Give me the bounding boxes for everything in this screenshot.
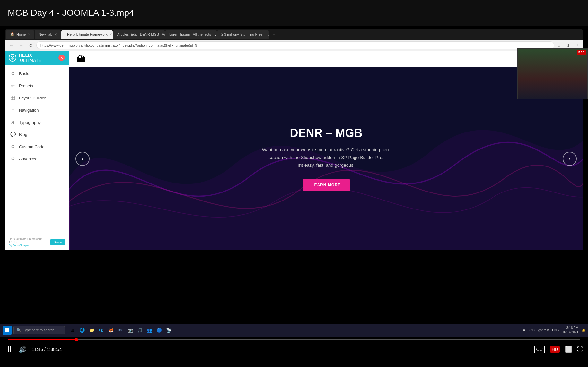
- save-button[interactable]: Save: [50, 239, 65, 245]
- video-controls-bar: ⏸ 🔊 11:46 / 1:38:54 CC HD ⬜ ⛶: [0, 337, 588, 367]
- tab-close-helix[interactable]: ✕: [110, 33, 112, 36]
- taskbar-icon-music[interactable]: 🎵: [136, 326, 144, 334]
- controls-left: ⏸ 🔊 11:46 / 1:38:54: [5, 344, 62, 354]
- taskbar-icon-firefox[interactable]: 🦊: [107, 326, 115, 334]
- taskbar-language: ENG: [552, 329, 559, 332]
- sidebar-item-navigation[interactable]: ≡ Navigation: [5, 104, 69, 116]
- taskbar: 🔍 Type here to search ⊞ 🌐 📁 🛍 🦊 ✉ 📷 🎵 👥 …: [0, 324, 588, 337]
- forward-button[interactable]: →: [17, 41, 25, 49]
- menu-icon[interactable]: ⋮: [574, 42, 581, 49]
- tab-label-images: 2.3 million+ Stunning Free Im...: [221, 32, 269, 36]
- progress-bar[interactable]: [8, 339, 580, 340]
- hero-subtitle-line2: section with the Slideshow addon in SP P…: [269, 155, 384, 160]
- tab-images[interactable]: 2.3 million+ Stunning Free Im... ✕: [217, 30, 269, 39]
- tab-lorem[interactable]: Lorem Ipsum - All the facts -... ✕: [165, 30, 217, 39]
- presets-icon: ✏: [10, 83, 16, 89]
- sidebar-version: Helix Ultimate Framework 1.1.1.4: [9, 237, 50, 244]
- taskbar-icon-folder[interactable]: 📁: [87, 326, 96, 334]
- tab-articles[interactable]: Articles: Edit - DENR MGB - Ar... ✕: [113, 30, 165, 39]
- sidebar-item-blog[interactable]: 💬 Blog: [5, 128, 69, 141]
- tab-close-newtab[interactable]: ✕: [54, 33, 57, 36]
- taskbar-sys-icons: 🌧 30°C Light rain: [522, 329, 549, 332]
- search-magnifier-icon: 🔍: [16, 328, 21, 332]
- taskbar-icon-browser[interactable]: 🌐: [78, 326, 86, 334]
- sidebar-item-layout[interactable]: Layout Builder: [5, 92, 69, 104]
- sidebar-label-layout: Layout Builder: [19, 96, 46, 100]
- tab-label-home: Home: [16, 32, 26, 36]
- sidebar-item-advanced[interactable]: ⚙ Advanced: [5, 153, 69, 165]
- sidebar-by: By JoomShaper: [9, 244, 50, 247]
- fullscreen-button[interactable]: ⛶: [577, 346, 583, 353]
- tab-home[interactable]: 🏠 Home ✕: [6, 30, 34, 39]
- address-text: https://www.denr-mgb.bryantilio.com/admi…: [40, 43, 197, 47]
- sidebar-item-typography[interactable]: A Typography: [5, 116, 69, 128]
- helix-brand: HELIX ULTIMATE: [19, 53, 56, 63]
- carousel-prev-button[interactable]: ‹: [75, 152, 90, 166]
- time-separator: /: [44, 347, 47, 352]
- sidebar-item-basic[interactable]: ⚙ Basic: [5, 67, 69, 80]
- start-button[interactable]: [3, 326, 12, 335]
- video-title: MGB Day 4 - JOOMLA 1-3.mp4: [8, 8, 134, 18]
- helix-close-button[interactable]: ✕: [58, 55, 65, 61]
- blog-icon: 💬: [10, 132, 16, 137]
- download-icon[interactable]: ⬇: [565, 42, 572, 49]
- sidebar-footer: Helix Ultimate Framework 1.1.1.4 By Joom…: [5, 235, 69, 250]
- sidebar-menu: ⚙ Basic ✏ Presets Layout Builder: [5, 65, 69, 235]
- tab-close-home[interactable]: ✕: [28, 33, 30, 36]
- bookmark-icon[interactable]: ☆: [556, 42, 563, 49]
- svg-rect-8: [7, 330, 9, 332]
- volume-button[interactable]: 🔊: [19, 346, 27, 353]
- controls-right: CC HD ⬜ ⛶: [534, 346, 583, 353]
- new-tab-button[interactable]: +: [269, 30, 278, 39]
- sidebar-label-presets: Presets: [19, 83, 33, 88]
- cc-button[interactable]: CC: [534, 346, 545, 353]
- time-current: 11:46: [32, 347, 43, 352]
- hero-section: ‹ DENR – MGB Want to make your website m…: [69, 67, 583, 250]
- customcode-icon: ⚙: [10, 144, 16, 149]
- hero-content: DENR – MGB Want to make your website mor…: [256, 120, 397, 197]
- sidebar-label-blog: Blog: [19, 132, 27, 137]
- website-header: 🏔 Pages Create Page: [69, 51, 583, 67]
- website-logo: 🏔: [77, 54, 86, 64]
- theater-button[interactable]: ⬜: [565, 346, 572, 353]
- taskbar-icon-camera[interactable]: 📷: [126, 326, 134, 334]
- hero-cta-button[interactable]: LEARN MORE: [303, 179, 350, 191]
- browser-window: 🏠 Home ✕ New Tab ✕ Helix Ultimate Framew…: [5, 29, 583, 250]
- taskbar-icon-mail[interactable]: ✉: [116, 326, 125, 334]
- taskbar-icon-filezilla[interactable]: 📡: [164, 326, 173, 334]
- weather-icon: 🌧: [522, 329, 526, 332]
- typography-icon: A: [10, 119, 16, 125]
- navigation-icon: ≡: [10, 107, 16, 113]
- taskbar-icon-store[interactable]: 🛍: [97, 326, 105, 334]
- carousel-next-button[interactable]: ›: [563, 152, 577, 166]
- taskbar-icon-chrome[interactable]: 🔵: [155, 326, 163, 334]
- video-player: MGB Day 4 - JOOMLA 1-3.mp4 🏠 Home ✕ New …: [0, 0, 588, 367]
- hero-title: DENR – MGB: [262, 126, 390, 140]
- reload-button[interactable]: ↻: [27, 41, 35, 49]
- tab-label-helix: Helix Ultimate Framework: [67, 32, 108, 36]
- sidebar-label-advanced: Advanced: [19, 157, 38, 161]
- sidebar-label-customcode: Custom Code: [19, 144, 44, 149]
- notification-icon[interactable]: 🔔: [582, 329, 585, 332]
- webcam-overlay: REC: [517, 48, 588, 99]
- back-button[interactable]: ←: [7, 41, 16, 49]
- hd-button[interactable]: HD: [550, 346, 560, 353]
- sidebar-label-typography: Typography: [19, 120, 41, 125]
- sidebar-item-presets[interactable]: ✏ Presets: [5, 80, 69, 92]
- taskbar-right: 🌧 30°C Light rain ENG 3:16 PM 16/07/2021…: [522, 326, 585, 335]
- taskbar-icon-teams[interactable]: 👥: [145, 326, 154, 334]
- sidebar-item-customcode[interactable]: ⚙ Custom Code: [5, 141, 69, 153]
- tab-newtab[interactable]: New Tab ✕: [35, 30, 61, 39]
- play-pause-button[interactable]: ⏸: [5, 344, 13, 354]
- browser-nav-bar: ← → ↻ https://www.denr-mgb.bryantilio.co…: [5, 40, 583, 51]
- tab-helix[interactable]: Helix Ultimate Framework ✕: [61, 30, 113, 39]
- layout-icon: [10, 95, 16, 101]
- taskbar-search-box[interactable]: 🔍 Type here to search: [13, 326, 65, 334]
- helix-logo: [9, 54, 16, 62]
- weather-text: 30°C Light rain: [528, 329, 549, 332]
- address-bar[interactable]: https://www.denr-mgb.bryantilio.com/admi…: [36, 41, 554, 49]
- tab-label-newtab: New Tab: [39, 32, 52, 36]
- svg-rect-2: [13, 96, 15, 98]
- taskbar-icon-taskview[interactable]: ⊞: [68, 326, 76, 334]
- progress-played: [8, 339, 76, 340]
